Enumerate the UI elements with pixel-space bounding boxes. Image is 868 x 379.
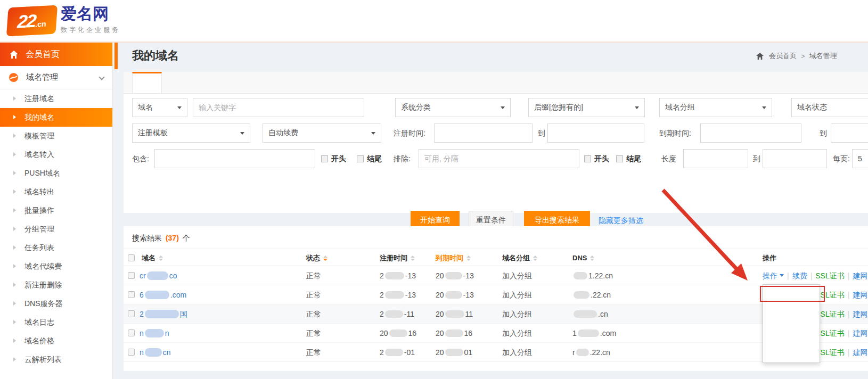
domain-tab[interactable]: [306, 72, 334, 93]
column-header[interactable]: 状态: [306, 249, 380, 267]
domain-tab[interactable]: [191, 72, 219, 93]
domain-link[interactable]: ncn: [140, 343, 171, 361]
domain-status-select[interactable]: 域名状态: [791, 98, 868, 117]
column-header[interactable]: 操作: [763, 249, 868, 267]
add-to-group-link[interactable]: 加入分组: [502, 266, 532, 285]
system-category-select[interactable]: 系统分类: [395, 98, 511, 117]
domain-tab[interactable]: [334, 72, 363, 93]
reg-time-to-input[interactable]: [547, 123, 644, 143]
row-operation-dropdown-link[interactable]: 操作: [763, 266, 784, 285]
sidebar-item[interactable]: 域名日志: [0, 313, 112, 332]
domain-tab[interactable]: [392, 72, 421, 93]
row-checkbox[interactable]: [128, 291, 135, 298]
column-header[interactable]: 域名分组: [502, 249, 572, 267]
domain-link[interactable]: 2国: [140, 304, 187, 323]
triangle-icon: [13, 227, 16, 231]
domain-tab[interactable]: [277, 72, 306, 93]
sidebar-item[interactable]: PUSH域名: [0, 164, 112, 183]
exp-time-from-input[interactable]: [700, 123, 801, 143]
contain-input[interactable]: [154, 149, 315, 168]
sidebar-item[interactable]: 域名转出: [0, 183, 112, 201]
dropdown-item[interactable]: [763, 331, 820, 344]
select-all-checkbox[interactable]: [128, 254, 135, 261]
dropdown-item[interactable]: [763, 289, 820, 303]
domain-link[interactable]: crco: [140, 266, 177, 285]
build-site-link[interactable]: 建网站: [853, 266, 868, 285]
domain-tab[interactable]: [162, 72, 191, 93]
triangle-icon: [13, 134, 16, 138]
sidebar-item[interactable]: 域名转入: [0, 145, 112, 164]
results-label: 搜索结果: [132, 234, 162, 242]
sidebar-item[interactable]: 模板管理: [0, 127, 112, 145]
per-page-select[interactable]: 5: [852, 149, 868, 168]
exclude-input[interactable]: [419, 149, 579, 168]
domain-tab[interactable]: [421, 72, 449, 93]
length-from-input[interactable]: [683, 149, 748, 168]
breadcrumb-current[interactable]: 域名管理: [809, 51, 837, 61]
row-checkbox[interactable]: [128, 310, 135, 317]
sidebar-item[interactable]: 域名代续费: [0, 257, 112, 276]
build-site-link[interactable]: 建网站: [853, 304, 868, 323]
sidebar-item[interactable]: 分组管理: [0, 220, 112, 238]
build-site-link[interactable]: 建网站: [853, 285, 868, 304]
dns-cell: r.22.cn: [572, 343, 763, 361]
exp-time-to-input[interactable]: [831, 123, 868, 143]
domain-group-select[interactable]: 域名分组: [659, 98, 772, 117]
row-checkbox[interactable]: [128, 349, 135, 356]
sidebar-member-home[interactable]: 会员首页: [0, 43, 112, 66]
keyword-input[interactable]: [193, 98, 364, 117]
sidebar-item[interactable]: 注册域名: [0, 89, 112, 108]
reg-time-from-input[interactable]: [434, 123, 533, 143]
contain-starts-with-checkbox[interactable]: 开头: [321, 149, 346, 168]
sidebar-item[interactable]: 云解析列表: [0, 350, 112, 369]
contain-ends-with-checkbox[interactable]: 结尾: [357, 149, 382, 168]
dropdown-item[interactable]: [763, 344, 820, 358]
reg-date-cell: 2-13: [380, 285, 436, 304]
length-to-input[interactable]: [763, 149, 827, 168]
ssl-cert-link[interactable]: SSL证书: [815, 266, 844, 285]
renew-link[interactable]: 续费: [792, 266, 807, 285]
domain-field-select[interactable]: 域名: [132, 98, 187, 117]
domain-link[interactable]: 6.com: [140, 285, 186, 304]
add-to-group-link[interactable]: 加入分组: [502, 304, 532, 323]
sidebar-item[interactable]: 新注册删除: [0, 276, 112, 294]
exclude-starts-with-checkbox[interactable]: 开头: [584, 149, 609, 168]
top-bar: 22 .cn 爱名网 数字化企业服务: [0, 0, 868, 43]
register-template-select[interactable]: 注册模板: [132, 123, 250, 143]
sidebar-item[interactable]: 我的域名: [0, 108, 112, 127]
auto-renew-select[interactable]: 自动续费: [263, 123, 381, 143]
logo[interactable]: 22 .cn 爱名网 数字化企业服务: [7, 4, 120, 35]
exclude-ends-with-checkbox[interactable]: 结尾: [616, 149, 641, 168]
sidebar-item[interactable]: 域名价格: [0, 332, 112, 350]
sidebar-item[interactable]: 批量操作: [0, 201, 112, 220]
column-header[interactable]: 到期时间: [436, 249, 502, 267]
domain-tab[interactable]: [219, 72, 248, 93]
domain-tab[interactable]: [248, 72, 277, 93]
domain-tab[interactable]: [363, 72, 392, 93]
sidebar-item[interactable]: DNS服务器: [0, 294, 112, 313]
sidebar-section-domain-management[interactable]: 域名管理: [0, 66, 112, 89]
column-header[interactable]: DNS: [572, 249, 763, 267]
add-to-group-link[interactable]: 加入分组: [502, 343, 532, 361]
add-to-group-link[interactable]: 加入分组: [502, 324, 532, 342]
sidebar-item[interactable]: 任务列表: [0, 238, 112, 257]
domain-tab[interactable]: [132, 72, 162, 93]
row-checkbox[interactable]: [128, 329, 135, 336]
domain-link[interactable]: nn: [140, 324, 169, 342]
add-to-group-link[interactable]: 加入分组: [502, 285, 532, 304]
dropdown-item[interactable]: [763, 317, 820, 331]
build-site-link[interactable]: 建网站: [853, 324, 868, 342]
results-count: (37): [166, 234, 179, 242]
build-site-link[interactable]: 建网站: [853, 343, 868, 361]
breadcrumb-home[interactable]: 会员首页: [769, 51, 797, 61]
operations-cell: 操作|续费|SSL证书|建网站: [763, 266, 868, 285]
suffix-select[interactable]: 后缀[您拥有的]: [528, 98, 645, 117]
redacted-dns: [576, 349, 589, 356]
dropdown-item[interactable]: [763, 303, 820, 317]
sort-icon: [323, 256, 327, 261]
table-header: 域名状态注册时间到期时间域名分组DNS操作: [124, 249, 868, 266]
row-checkbox[interactable]: [128, 272, 135, 279]
column-header[interactable]: 注册时间: [380, 249, 436, 267]
column-header[interactable]: 域名: [128, 249, 306, 267]
exp-date-cell: 20-13: [436, 285, 502, 304]
